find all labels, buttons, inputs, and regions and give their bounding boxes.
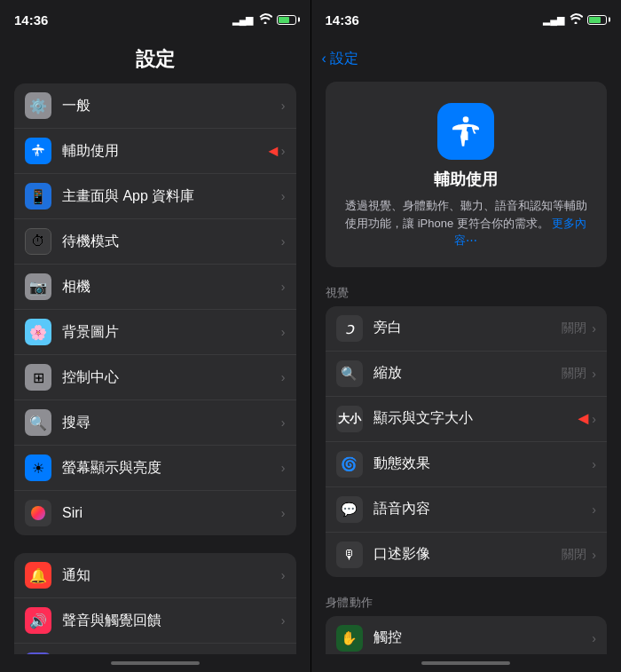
settings-item-focus[interactable]: 🌙 專注模式 › (14, 644, 296, 654)
right-status-bar: 14:36 ▂▄▆ (311, 0, 622, 39)
vision-section-label: 視覺 (326, 285, 608, 301)
control-center-chevron: › (281, 370, 286, 384)
vision-group: ↄ 旁白 關閉 › 🔍 縮放 關閉 › 大小 顯示與文字大小 ◄ › 🌀 (326, 306, 608, 577)
wallpaper-icon: 🌸 (25, 319, 51, 345)
wifi-icon (258, 13, 272, 27)
settings-item-accessibility[interactable]: 輔助使用 ◄ › (14, 129, 296, 174)
display-icon: ☀ (25, 455, 51, 481)
right-nav-bar: ‹ 設定 (311, 39, 622, 78)
settings-item-control-center[interactable]: ⊞ 控制中心 › (14, 355, 296, 400)
zoom-label: 縮放 (373, 364, 562, 383)
right-time: 14:36 (326, 12, 359, 28)
acc-item-touch[interactable]: ✋ 觸控 › (326, 616, 608, 655)
search-icon: 🔍 (25, 409, 51, 436)
display-label: 螢幕顯示與亮度 (62, 459, 281, 478)
sound-chevron: › (281, 613, 286, 628)
notifications-chevron: › (281, 568, 286, 582)
settings-item-search[interactable]: 🔍 搜尋 › (14, 400, 296, 446)
notifications-label: 通知 (62, 566, 281, 585)
nav-back-button[interactable]: ‹ 設定 (322, 50, 358, 68)
settings-item-notifications[interactable]: 🔔 通知 › (14, 553, 296, 598)
audio-desc-label: 口述影像 (373, 545, 562, 564)
touch-label: 觸控 (373, 629, 593, 647)
right-status-icons: ▂▄▆ (543, 13, 607, 27)
standby-label: 待機模式 (62, 233, 281, 251)
sound-label: 聲音與觸覺回饋 (62, 612, 281, 630)
left-time: 14:36 (14, 12, 48, 28)
home-screen-label: 主畫面與 App 資料庫 (62, 187, 281, 206)
accessibility-red-arrow: ◄ (265, 142, 281, 161)
left-home-bar (0, 654, 310, 672)
standby-icon: ⏱ (25, 228, 51, 255)
motion-label: 動態效果 (373, 455, 593, 473)
acc-item-zoom[interactable]: 🔍 縮放 關閉 › (326, 352, 608, 397)
voiceover-chevron: › (592, 321, 596, 336)
back-chevron-icon: ‹ (322, 51, 326, 67)
settings-group-1: ⚙️ 一般 › 輔助使用 ◄ › 📱 主畫面與 App 資料庫 › (14, 83, 296, 535)
settings-title: 設定 (0, 39, 310, 83)
siri-icon (25, 500, 51, 526)
settings-item-sound[interactable]: 🔊 聲音與觸覺回饋 › (14, 598, 296, 644)
battery-icon (277, 15, 296, 25)
accessibility-header-title: 輔助使用 (434, 169, 498, 190)
touch-icon: ✋ (336, 625, 363, 652)
acc-item-motion[interactable]: 🌀 動態效果 › (326, 442, 608, 487)
acc-item-audio-desc[interactable]: 🎙 口述影像 關閉 › (326, 533, 608, 577)
camera-chevron: › (281, 280, 286, 294)
left-status-icons: ▂▄▆ (232, 13, 296, 27)
physical-group: ✋ 觸控 › Face ID 與螢幕注視 › ⊞ 切換控制 › (326, 616, 608, 655)
voiceover-value: 關閉 (562, 320, 586, 336)
settings-item-standby[interactable]: ⏱ 待機模式 › (14, 219, 296, 265)
svg-point-1 (463, 116, 469, 123)
left-phone: 14:36 ▂▄▆ 設定 ⚙️ 一般 › (0, 0, 310, 672)
spoken-label: 語音內容 (373, 500, 593, 518)
settings-item-general[interactable]: ⚙️ 一般 › (14, 83, 296, 129)
zoom-value: 關閉 (562, 366, 586, 382)
right-battery-icon (587, 15, 607, 25)
settings-item-siri[interactable]: Siri › (14, 491, 296, 535)
settings-item-wallpaper[interactable]: 🌸 背景圖片 › (14, 310, 296, 355)
settings-item-home-screen[interactable]: 📱 主畫面與 App 資料庫 › (14, 174, 296, 219)
general-label: 一般 (62, 97, 281, 115)
settings-scroll[interactable]: ⚙️ 一般 › 輔助使用 ◄ › 📱 主畫面與 App 資料庫 › (0, 83, 310, 654)
accessibility-header-icon (437, 103, 494, 160)
camera-icon: 📷 (25, 273, 51, 300)
text-size-icon: 大小 (336, 406, 363, 432)
svg-point-0 (37, 145, 40, 147)
notifications-icon: 🔔 (25, 562, 51, 589)
voiceover-icon: ↄ (336, 315, 363, 342)
standby-chevron: › (281, 234, 286, 249)
right-wifi-icon (569, 13, 583, 27)
accessibility-icon (25, 138, 51, 164)
settings-item-display[interactable]: ☀ 螢幕顯示與亮度 › (14, 446, 296, 491)
audio-desc-chevron: › (592, 548, 596, 562)
left-home-indicator (111, 661, 200, 665)
settings-group-2: 🔔 通知 › 🔊 聲音與觸覺回饋 › 🌙 專注模式 › ⏳ 螢幕使用時間 › (14, 553, 296, 654)
audio-desc-value: 關閉 (562, 547, 586, 563)
nav-back-label: 設定 (330, 50, 358, 68)
spoken-icon: 💬 (336, 496, 363, 523)
text-size-red-arrow: ◄ (575, 408, 593, 429)
general-icon: ⚙️ (25, 92, 51, 119)
wallpaper-label: 背景圖片 (62, 323, 281, 342)
voiceover-label: 旁白 (373, 319, 562, 337)
motion-icon: 🌀 (336, 451, 363, 478)
search-label: 搜尋 (62, 414, 281, 432)
camera-label: 相機 (62, 278, 281, 296)
acc-item-text-size[interactable]: 大小 顯示與文字大小 ◄ › (326, 397, 608, 442)
accessibility-chevron: › (281, 144, 286, 158)
settings-item-camera[interactable]: 📷 相機 › (14, 265, 296, 310)
siri-chevron: › (281, 506, 286, 520)
spoken-chevron: › (592, 502, 596, 517)
home-screen-chevron: › (281, 189, 286, 203)
acc-item-spoken[interactable]: 💬 語音內容 › (326, 487, 608, 533)
focus-icon: 🌙 (25, 652, 51, 654)
accessibility-scroll[interactable]: 輔助使用 透過視覺、身體動作、聽力、語音和認知等輔助使用功能，讓 iPhone … (311, 78, 622, 654)
accessibility-header-desc: 透過視覺、身體動作、聽力、語音和認知等輔助使用功能，讓 iPhone 更符合你的… (340, 197, 593, 249)
right-signal-icon: ▂▄▆ (543, 14, 564, 26)
right-home-indicator (421, 661, 510, 665)
left-status-bar: 14:36 ▂▄▆ (0, 0, 310, 39)
acc-item-voiceover[interactable]: ↄ 旁白 關閉 › (326, 306, 608, 352)
display-chevron: › (281, 461, 286, 475)
accessibility-label: 輔助使用 (62, 142, 258, 161)
